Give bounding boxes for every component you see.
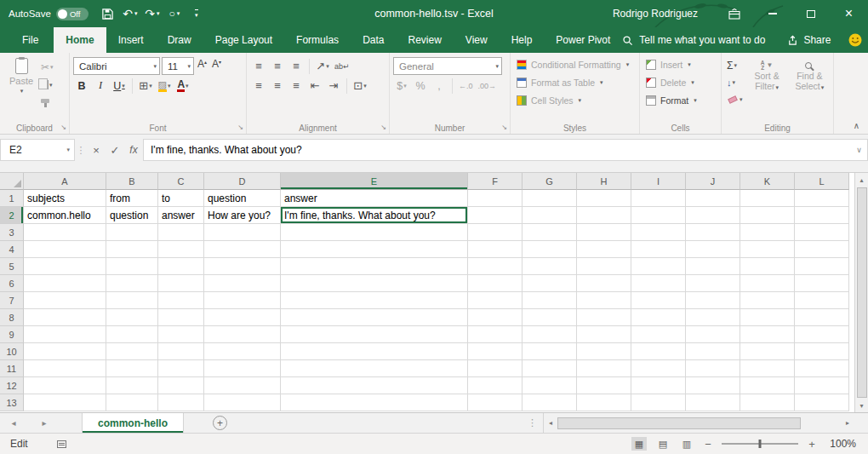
cell-I8[interactable] <box>631 309 686 326</box>
formula-bar-expand-button[interactable]: ∨ <box>851 139 868 161</box>
cell-D10[interactable] <box>204 343 281 360</box>
undo-button[interactable]: ↶▾ <box>121 3 140 25</box>
cell-D5[interactable] <box>204 258 281 275</box>
cell-B7[interactable] <box>106 292 158 309</box>
cell-C8[interactable] <box>158 309 204 326</box>
column-header-K[interactable]: K <box>740 173 795 190</box>
cell-J9[interactable] <box>686 326 740 343</box>
cell-G9[interactable] <box>523 326 577 343</box>
cell-A7[interactable] <box>24 292 106 309</box>
cell-E6[interactable] <box>281 275 468 292</box>
cell-F10[interactable] <box>468 343 523 360</box>
cell-F9[interactable] <box>468 326 523 343</box>
tab-file[interactable]: File <box>7 27 54 53</box>
customize-quick-access-toolbar-button[interactable]: ▾ <box>187 3 206 25</box>
cell-D6[interactable] <box>204 275 281 292</box>
cell-K12[interactable] <box>740 377 795 394</box>
cell-J12[interactable] <box>686 377 740 394</box>
cell-J13[interactable] <box>686 394 740 411</box>
cell-C4[interactable] <box>158 241 204 258</box>
row-header-4[interactable]: 4 <box>0 241 24 258</box>
cell-G8[interactable] <box>523 309 577 326</box>
paste-button[interactable]: Paste ▾ <box>3 55 39 121</box>
sort-filter-button[interactable]: AZ▼ Sort & Filter▾ <box>747 55 787 121</box>
cell-C2[interactable]: answer <box>158 207 204 224</box>
cell-J4[interactable] <box>686 241 740 258</box>
cell-F12[interactable] <box>468 377 523 394</box>
wrap-text-button[interactable]: ab↵ <box>333 57 351 75</box>
cell-B5[interactable] <box>106 258 158 275</box>
cell-G3[interactable] <box>523 224 577 241</box>
cell-G4[interactable] <box>523 241 577 258</box>
zoom-slider-thumb[interactable] <box>759 440 762 448</box>
row-header-8[interactable]: 8 <box>0 309 24 326</box>
column-header-D[interactable]: D <box>204 173 281 190</box>
feedback-smiley-button[interactable] <box>848 27 868 53</box>
cell-D11[interactable] <box>204 360 281 377</box>
cell-L7[interactable] <box>795 292 849 309</box>
cell-E7[interactable] <box>281 292 468 309</box>
cell-F4[interactable] <box>468 241 523 258</box>
cancel-entry-button[interactable]: × <box>87 139 106 161</box>
row-header-10[interactable]: 10 <box>0 343 24 360</box>
tab-home[interactable]: Home <box>54 27 106 53</box>
font-dialog-launcher[interactable]: ↘ <box>237 124 243 131</box>
cell-G12[interactable] <box>523 377 577 394</box>
cell-E4[interactable] <box>281 241 468 258</box>
normal-view-button[interactable]: ▦ <box>631 437 647 451</box>
tab-data[interactable]: Data <box>351 27 396 53</box>
cell-D3[interactable] <box>204 224 281 241</box>
cell-F2[interactable] <box>468 207 523 224</box>
scroll-up-arrow-icon[interactable]: ▴ <box>855 173 868 187</box>
cell-I7[interactable] <box>631 292 686 309</box>
increase-font-size-button[interactable]: A▴ <box>196 58 208 75</box>
cell-C3[interactable] <box>158 224 204 241</box>
number-format-combo[interactable]: General▾ <box>393 57 502 75</box>
page-break-view-button[interactable]: ▥ <box>679 437 694 451</box>
top-align-button[interactable]: ≡ <box>250 57 267 75</box>
cell-J6[interactable] <box>686 275 740 292</box>
decrease-decimal-button[interactable]: .00→ <box>477 77 499 95</box>
autosum-button[interactable]: Σ▾ <box>725 57 745 73</box>
cell-I10[interactable] <box>631 343 686 360</box>
font-color-button[interactable]: A▾ <box>174 77 191 95</box>
cell-C1[interactable]: to <box>158 190 204 207</box>
horizontal-scroll-thumb[interactable] <box>557 417 801 429</box>
sheet-nav-left-arrow[interactable]: ◂ <box>3 413 24 433</box>
align-left-button[interactable]: ≡ <box>250 77 267 95</box>
cell-G11[interactable] <box>523 360 577 377</box>
autosave-toggle[interactable]: AutoSave Off <box>9 8 89 20</box>
row-header-13[interactable]: 13 <box>0 394 24 411</box>
cell-L2[interactable] <box>795 207 849 224</box>
row-header-11[interactable]: 11 <box>0 360 24 377</box>
cell-I1[interactable] <box>631 190 686 207</box>
clipboard-dialog-launcher[interactable]: ↘ <box>60 124 66 131</box>
tab-formulas[interactable]: Formulas <box>284 27 351 53</box>
row-header-5[interactable]: 5 <box>0 258 24 275</box>
vertical-scrollbar[interactable]: ▴ ▾ <box>854 173 868 412</box>
tab-view[interactable]: View <box>454 27 500 53</box>
orientation-button[interactable]: ↗▾ <box>314 57 331 75</box>
cell-C6[interactable] <box>158 275 204 292</box>
align-center-button[interactable]: ≡ <box>269 77 286 95</box>
zoom-slider[interactable] <box>722 443 798 445</box>
cell-J11[interactable] <box>686 360 740 377</box>
cell-I12[interactable] <box>631 377 686 394</box>
cell-J7[interactable] <box>686 292 740 309</box>
cell-I13[interactable] <box>631 394 686 411</box>
cell-B12[interactable] <box>106 377 158 394</box>
cell-L5[interactable] <box>795 258 849 275</box>
cell-D13[interactable] <box>204 394 281 411</box>
cell-F13[interactable] <box>468 394 523 411</box>
cell-D8[interactable] <box>204 309 281 326</box>
collapse-ribbon-button[interactable]: ∧ <box>854 121 859 130</box>
scroll-right-arrow-icon[interactable]: ▸ <box>841 419 854 427</box>
cell-A6[interactable] <box>24 275 106 292</box>
cell-K5[interactable] <box>740 258 795 275</box>
column-header-C[interactable]: C <box>158 173 204 190</box>
cell-E5[interactable] <box>281 258 468 275</box>
cell-G2[interactable] <box>523 207 577 224</box>
font-family-combo[interactable]: Calibri▾ <box>73 57 160 75</box>
cell-B13[interactable] <box>106 394 158 411</box>
cell-A13[interactable] <box>24 394 106 411</box>
